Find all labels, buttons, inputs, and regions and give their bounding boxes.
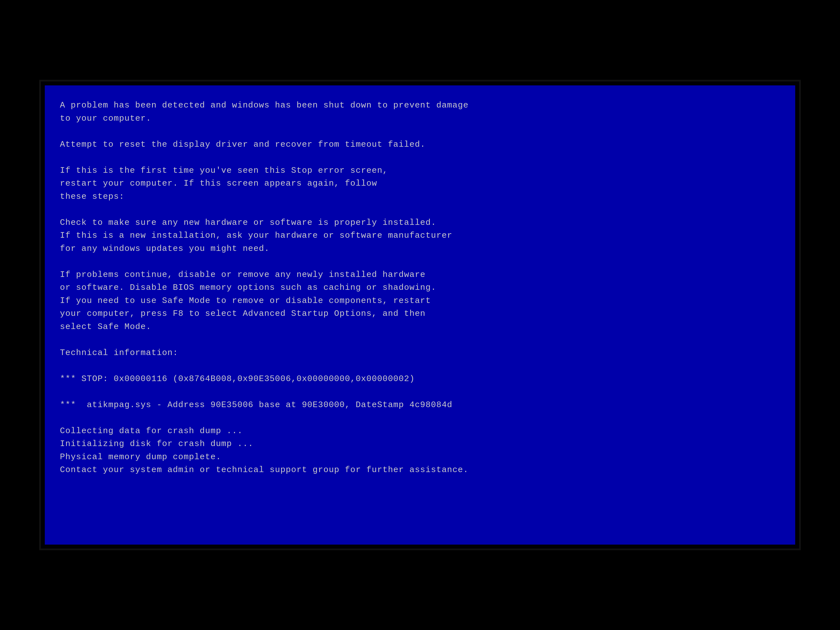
bsod-line: If this is a new installation, ask your … bbox=[60, 229, 780, 242]
bsod-line: *** STOP: 0x00000116 (0x8764B008,0x90E35… bbox=[60, 373, 780, 385]
bsod-line: these steps: bbox=[60, 190, 780, 203]
bsod-line bbox=[60, 125, 780, 138]
bsod-line bbox=[60, 385, 780, 398]
bsod-line: select Safe Mode. bbox=[60, 321, 780, 333]
bsod-line: If this is the first time you've seen th… bbox=[60, 164, 780, 177]
bsod-line: Technical information: bbox=[60, 346, 780, 360]
bsod-text-content: A problem has been detected and windows … bbox=[60, 99, 780, 477]
bsod-line: restart your computer. If this screen ap… bbox=[60, 177, 780, 190]
bsod-line bbox=[60, 255, 780, 268]
bsod-line bbox=[60, 333, 780, 346]
bsod-line: Attempt to reset the display driver and … bbox=[60, 138, 780, 151]
bsod-line: Contact your system admin or technical s… bbox=[60, 463, 780, 477]
bsod-line: to your computer. bbox=[60, 112, 780, 125]
monitor-outer: A problem has been detected and windows … bbox=[39, 80, 801, 550]
bsod-line: Check to make sure any new hardware or s… bbox=[60, 216, 780, 229]
bsod-line: If you need to use Safe Mode to remove o… bbox=[60, 294, 780, 308]
bsod-screen: A problem has been detected and windows … bbox=[45, 85, 795, 545]
bsod-line: Physical memory dump complete. bbox=[60, 450, 780, 464]
bsod-line bbox=[60, 203, 780, 216]
bsod-line: for any windows updates you might need. bbox=[60, 242, 780, 255]
bsod-line: your computer, press F8 to select Advanc… bbox=[60, 307, 780, 321]
bsod-line bbox=[60, 151, 780, 164]
bsod-line: A problem has been detected and windows … bbox=[60, 99, 780, 112]
bsod-line: If problems continue, disable or remove … bbox=[60, 268, 780, 281]
bsod-line bbox=[60, 411, 780, 425]
bsod-line: *** atikmpag.sys - Address 90E35006 base… bbox=[60, 398, 780, 412]
bsod-line: or software. Disable BIOS memory options… bbox=[60, 281, 780, 294]
bsod-line: Collecting data for crash dump ... bbox=[60, 425, 780, 437]
bsod-line: Initializing disk for crash dump ... bbox=[60, 437, 780, 450]
bsod-line bbox=[60, 359, 780, 373]
